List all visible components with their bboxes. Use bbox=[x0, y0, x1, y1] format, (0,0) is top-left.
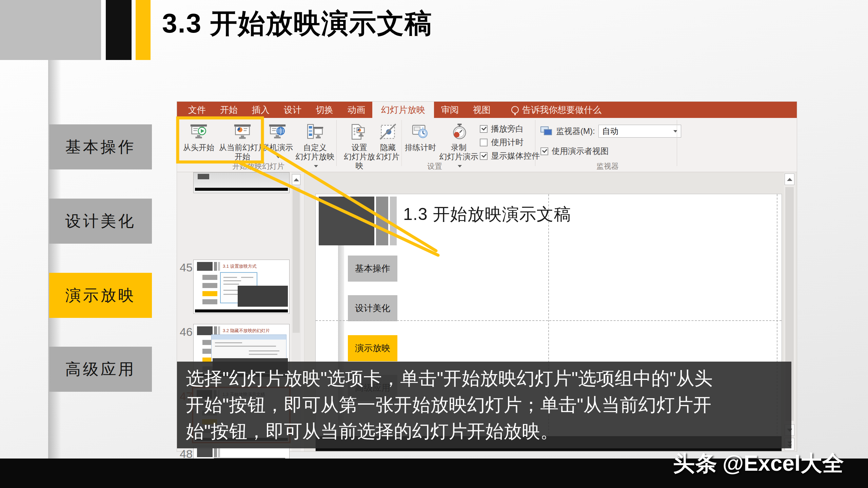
watermark-handle: @Excel大全 bbox=[723, 451, 844, 475]
tab-animations[interactable]: 动画 bbox=[340, 102, 372, 118]
tellme-label: 告诉我你想要做什么 bbox=[522, 104, 601, 116]
caption-line: 开始"按钮，即可从第一张开始放映幻灯片；单击"从当前幻灯片开 bbox=[186, 391, 783, 418]
page-title: 3.3 开始放映演示文稿 bbox=[162, 5, 432, 42]
group-separator bbox=[336, 120, 337, 166]
play-screen-icon bbox=[180, 121, 218, 142]
rehearse-clock-icon bbox=[401, 121, 439, 142]
watermark: 头条@Excel大全 bbox=[673, 449, 844, 478]
group-label-monitor: 监视器 bbox=[553, 161, 662, 171]
group-separator bbox=[677, 120, 677, 166]
hide-slide-icon bbox=[371, 121, 405, 142]
ribbon-body: 从头开始 从当前幻灯片 开始 联机演示 自定义 bbox=[177, 118, 797, 172]
powerpoint-screenshot: 文件 开始 插入 设计 切换 动画 幻灯片放映 审阅 视图 告诉我你想要做什么 … bbox=[177, 102, 797, 451]
checkbox-icon bbox=[480, 125, 488, 133]
record-stopwatch-icon bbox=[436, 121, 481, 142]
thumbnail-title: 3.1 设置放映方式 bbox=[223, 263, 257, 269]
globe-screen-icon bbox=[259, 121, 296, 142]
tab-transitions[interactable]: 切换 bbox=[309, 102, 340, 118]
monitor-icon bbox=[540, 126, 553, 136]
watermark-brand: 头条 bbox=[673, 451, 718, 475]
canvas-gray-bar bbox=[376, 197, 388, 245]
slide-number: 45 bbox=[180, 261, 193, 274]
arrow-up-icon bbox=[294, 178, 299, 181]
hide-slide-button[interactable]: 隐藏 幻灯片 bbox=[371, 121, 405, 161]
group-separator bbox=[535, 120, 535, 166]
title-black-bar bbox=[106, 0, 132, 60]
lightbulb-icon bbox=[511, 106, 519, 114]
tellme-box[interactable]: 告诉我你想要做什么 bbox=[511, 102, 601, 118]
slide-page: 3.3 开始放映演示文稿 基本操作 设计美化 演示放映 高级应用 文件 开始 插… bbox=[0, 0, 868, 488]
slide-number: 46 bbox=[180, 325, 193, 339]
sidebar-item-advanced[interactable]: 高级应用 bbox=[49, 347, 152, 392]
canvas-nav-show: 演示放映 bbox=[348, 335, 397, 361]
checkbox-icon bbox=[480, 139, 488, 146]
group-label-setup: 设置 bbox=[380, 161, 489, 171]
caption-line: 始"按钮，即可从当前选择的幻灯片开始放映。 bbox=[186, 418, 783, 444]
left-shadow bbox=[48, 60, 61, 459]
canvas-slide-title: 1.3 开始放映演示文稿 bbox=[403, 203, 571, 226]
sidebar-item-show[interactable]: 演示放映 bbox=[49, 273, 152, 318]
monitor-label: 监视器(M): bbox=[556, 126, 595, 137]
canvas-light-bar bbox=[390, 197, 397, 245]
dropdown-arrow-icon bbox=[276, 156, 280, 158]
tab-review[interactable]: 审阅 bbox=[434, 102, 466, 118]
window-mockup bbox=[211, 334, 287, 362]
caption-line: 选择"幻灯片放映"选项卡，单击"开始放映幻灯片"选项组中的"从头 bbox=[186, 365, 783, 391]
scroll-up-button[interactable] bbox=[292, 174, 300, 185]
sidebar-item-basic[interactable]: 基本操作 bbox=[49, 124, 152, 169]
checkbox-presenter-view[interactable]: 使用演示者视图 bbox=[540, 146, 609, 157]
thumbnail-title: 3.2 隐藏不放映的幻灯片 bbox=[223, 328, 270, 334]
tab-slideshow[interactable]: 幻灯片放映 bbox=[372, 102, 434, 118]
scroll-up-button[interactable] bbox=[785, 174, 794, 185]
canvas-nav-design: 设计美化 bbox=[348, 295, 397, 321]
sidebar-item-design[interactable]: 设计美化 bbox=[49, 199, 152, 244]
tab-home[interactable]: 开始 bbox=[213, 102, 245, 118]
present-online-button[interactable]: 联机演示 bbox=[259, 121, 296, 161]
canvas-nav-basic: 基本操作 bbox=[348, 256, 397, 282]
custom-list-screen-icon bbox=[294, 121, 336, 142]
monitor-dropdown[interactable]: 自动 bbox=[598, 125, 681, 138]
checkbox-show-media-controls[interactable]: 显示媒体控件 bbox=[480, 150, 540, 161]
checkbox-play-narrations[interactable]: 播放旁白 bbox=[480, 123, 524, 134]
monitor-field: 监视器(M): 自动 bbox=[540, 125, 681, 138]
caption-box: 选择"幻灯片放映"选项卡，单击"开始放映幻灯片"选项组中的"从头 开始"按钮，即… bbox=[177, 362, 791, 448]
tab-insert[interactable]: 插入 bbox=[245, 102, 277, 118]
checkbox-use-timings[interactable]: 使用计时 bbox=[480, 137, 524, 148]
arrow-up-icon bbox=[787, 178, 792, 181]
tab-file[interactable]: 文件 bbox=[181, 102, 213, 118]
ribbon-tab-bar: 文件 开始 插入 设计 切换 动画 幻灯片放映 审阅 视图 告诉我你想要做什么 bbox=[177, 102, 797, 118]
checkbox-icon bbox=[480, 152, 488, 160]
thumbnail-45[interactable]: 3.1 设置放映方式 bbox=[193, 260, 290, 314]
group-label-start: 开始放映幻灯片 bbox=[197, 161, 319, 171]
tab-design[interactable]: 设计 bbox=[277, 102, 309, 118]
from-beginning-button[interactable]: 从头开始 bbox=[180, 121, 218, 152]
scroll-thumb[interactable] bbox=[293, 187, 300, 333]
corner-gray-block bbox=[0, 0, 101, 60]
title-yellow-bar bbox=[136, 0, 151, 60]
canvas-gray-block bbox=[319, 197, 374, 245]
thumbnail-44-partial[interactable] bbox=[193, 172, 290, 193]
tab-view[interactable]: 视图 bbox=[466, 102, 498, 118]
rehearse-timings-button[interactable]: 排练计时 bbox=[401, 121, 439, 152]
checkbox-icon bbox=[540, 147, 548, 155]
